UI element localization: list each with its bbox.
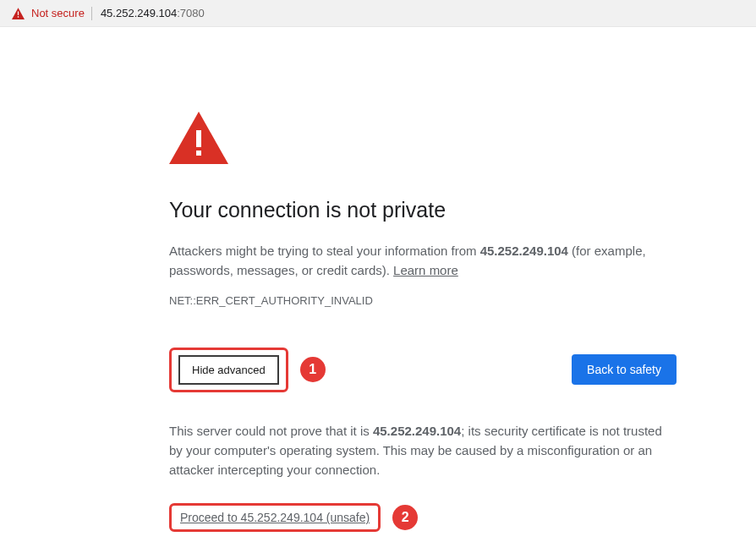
button-row: Hide advanced 1 Back to safety (169, 348, 677, 392)
interstitial-page: Your connection is not private Attackers… (0, 27, 756, 532)
proceed-unsafe-link[interactable]: Proceed to 45.252.249.104 (unsafe) (180, 511, 370, 524)
intro-text-pre: Attackers might be trying to steal your … (169, 244, 480, 258)
hide-advanced-button[interactable]: Hide advanced (178, 355, 279, 385)
address-separator (91, 7, 92, 20)
intro-paragraph: Attackers might be trying to steal your … (169, 241, 677, 281)
explain-host: 45.252.249.104 (373, 424, 461, 438)
learn-more-link[interactable]: Learn more (393, 263, 458, 277)
annotation-box-2: Proceed to 45.252.249.104 (unsafe) (169, 503, 381, 532)
url-display[interactable]: 45.252.249.104:7080 (101, 7, 205, 19)
error-code: NET::ERR_CERT_AUTHORITY_INVALID (169, 294, 677, 307)
url-port: :7080 (177, 7, 205, 19)
large-warning-icon (169, 112, 677, 164)
svg-rect-1 (18, 16, 19, 18)
annotation-badge-1: 1 (300, 357, 326, 382)
back-to-safety-button[interactable]: Back to safety (572, 354, 677, 385)
warning-triangle-icon (12, 8, 25, 19)
explain-text-pre: This server could not prove that it is (169, 424, 373, 438)
page-heading: Your connection is not private (169, 198, 677, 222)
annotation-box-1: Hide advanced (169, 348, 288, 392)
svg-rect-3 (196, 151, 201, 156)
intro-host: 45.252.249.104 (480, 244, 568, 258)
proceed-row: Proceed to 45.252.249.104 (unsafe) 2 (169, 503, 677, 532)
address-bar: Not secure 45.252.249.104:7080 (0, 0, 756, 27)
advanced-explanation: This server could not prove that it is 4… (169, 421, 677, 480)
not-secure-label: Not secure (31, 7, 85, 19)
svg-rect-0 (18, 11, 19, 14)
annotation-badge-2: 2 (392, 505, 418, 530)
url-host: 45.252.249.104 (101, 7, 177, 19)
svg-rect-2 (196, 130, 201, 147)
